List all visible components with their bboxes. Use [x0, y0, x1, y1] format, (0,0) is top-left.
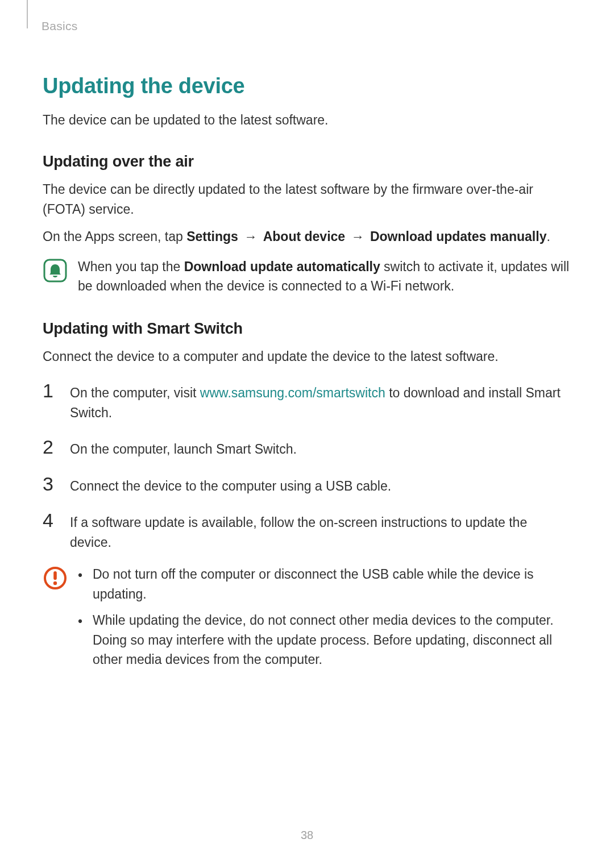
svg-rect-2 — [53, 571, 57, 580]
note-text-before: When you tap the — [78, 259, 184, 274]
section-heading-ota: Updating over the air — [43, 153, 571, 171]
nav-path-step-2: About device — [263, 229, 345, 244]
step-body: Connect the device to the computer using… — [70, 474, 571, 496]
arrow-icon: → — [349, 227, 367, 247]
svg-point-3 — [53, 582, 57, 585]
step-body: On the computer, visit www.samsung.com/s… — [70, 381, 571, 422]
step-item: 2 On the computer, launch Smart Switch. — [43, 437, 571, 459]
caution-body: • Do not turn off the computer or discon… — [78, 564, 571, 676]
ota-description: The device can be directly updated to th… — [43, 180, 571, 219]
step-number: 1 — [43, 381, 60, 400]
step-item: 3 Connect the device to the computer usi… — [43, 474, 571, 496]
step-body: On the computer, launch Smart Switch. — [70, 437, 571, 459]
nav-path: On the Apps screen, tap Settings → About… — [43, 227, 571, 247]
step-number: 2 — [43, 437, 60, 456]
caution-list: • Do not turn off the computer or discon… — [78, 564, 571, 670]
page-title: Updating the device — [43, 74, 571, 98]
section-heading-smart-switch: Updating with Smart Switch — [43, 320, 571, 338]
bullet-icon: • — [78, 564, 86, 585]
caution-item: • Do not turn off the computer or discon… — [78, 564, 571, 604]
smart-switch-link[interactable]: www.samsung.com/smartswitch — [200, 385, 385, 400]
breadcrumb: Basics — [42, 19, 571, 33]
nav-path-step-1: Settings — [186, 229, 238, 244]
step-item: 1 On the computer, visit www.samsung.com… — [43, 381, 571, 422]
caution-icon — [43, 566, 68, 591]
note-text: When you tap the Download update automat… — [78, 257, 571, 296]
caution-item-text: While updating the device, do not connec… — [93, 610, 571, 670]
step-number: 4 — [43, 510, 60, 530]
note-callout: When you tap the Download update automat… — [43, 257, 571, 296]
page-number: 38 — [0, 829, 614, 842]
bullet-icon: • — [78, 610, 86, 632]
breadcrumb-wrap: Basics — [43, 19, 571, 39]
intro-text: The device can be updated to the latest … — [43, 111, 571, 129]
note-text-bold: Download update automatically — [184, 259, 380, 274]
nav-path-step-3: Download updates manually — [370, 229, 547, 244]
nav-path-prefix: On the Apps screen, tap — [43, 229, 186, 244]
breadcrumb-rule — [27, 0, 28, 28]
step-item: 4 If a software update is available, fol… — [43, 510, 571, 552]
caution-item: • While updating the device, do not conn… — [78, 610, 571, 670]
bell-note-icon — [43, 258, 68, 283]
step-body: If a software update is available, follo… — [70, 510, 571, 552]
step-number: 3 — [43, 474, 60, 493]
smart-switch-description: Connect the device to a computer and upd… — [43, 347, 571, 367]
caution-item-text: Do not turn off the computer or disconne… — [93, 564, 571, 604]
step-list: 1 On the computer, visit www.samsung.com… — [43, 381, 571, 552]
step1-before: On the computer, visit — [70, 385, 200, 400]
arrow-icon: → — [242, 227, 259, 247]
document-page: Basics Updating the device The device ca… — [0, 0, 614, 868]
caution-callout: • Do not turn off the computer or discon… — [43, 564, 571, 676]
